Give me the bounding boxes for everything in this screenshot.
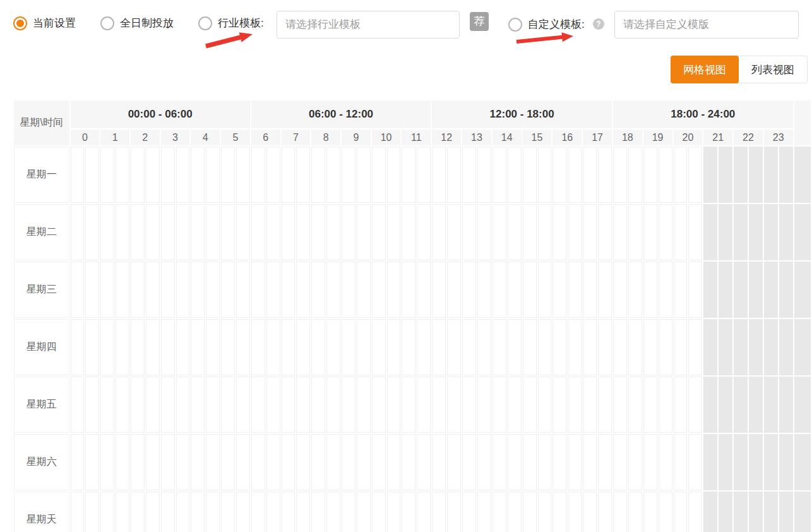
schedule-cell[interactable]: [613, 262, 627, 318]
schedule-cell[interactable]: [779, 147, 793, 203]
schedule-cell[interactable]: [176, 319, 190, 375]
schedule-cell[interactable]: [161, 377, 175, 433]
hour-header[interactable]: 13: [462, 130, 491, 145]
schedule-cell[interactable]: [161, 492, 175, 532]
schedule-cell[interactable]: [146, 262, 160, 318]
schedule-cell[interactable]: [357, 377, 371, 433]
schedule-cell[interactable]: [659, 434, 672, 490]
schedule-cell[interactable]: [296, 377, 310, 433]
schedule-cell[interactable]: [342, 319, 355, 375]
schedule-cell[interactable]: [146, 377, 160, 433]
schedule-cell[interactable]: [417, 434, 431, 490]
schedule-cell[interactable]: [462, 434, 476, 490]
schedule-cell[interactable]: [71, 262, 85, 318]
schedule-cell[interactable]: [100, 262, 114, 318]
schedule-cell[interactable]: [266, 147, 280, 203]
schedule-cell[interactable]: [402, 377, 415, 433]
schedule-cell[interactable]: [568, 204, 582, 260]
schedule-cell[interactable]: [85, 204, 99, 260]
schedule-cell[interactable]: [674, 377, 688, 433]
schedule-cell[interactable]: [508, 319, 522, 375]
schedule-cell[interactable]: [146, 492, 160, 532]
hour-header[interactable]: 2: [131, 130, 160, 145]
schedule-cell[interactable]: [493, 204, 506, 260]
schedule-cell[interactable]: [296, 147, 310, 203]
hour-header[interactable]: 15: [523, 130, 552, 145]
schedule-cell[interactable]: [71, 204, 85, 260]
schedule-cell[interactable]: [417, 204, 431, 260]
schedule-cell[interactable]: [432, 319, 446, 375]
schedule-cell[interactable]: [100, 319, 114, 375]
schedule-cell[interactable]: [296, 262, 310, 318]
schedule-cell[interactable]: [779, 204, 793, 260]
schedule-cell[interactable]: [266, 262, 280, 318]
schedule-cell[interactable]: [598, 319, 612, 375]
schedule-cell[interactable]: [508, 434, 522, 490]
schedule-cell[interactable]: [643, 262, 657, 318]
schedule-cell[interactable]: [161, 434, 175, 490]
hour-header[interactable]: 9: [342, 130, 371, 145]
schedule-cell[interactable]: [326, 262, 340, 318]
schedule-cell[interactable]: [764, 492, 778, 532]
schedule-cell[interactable]: [583, 319, 597, 375]
schedule-cell[interactable]: [357, 319, 371, 375]
schedule-cell[interactable]: [191, 377, 205, 433]
schedule-cell[interactable]: [523, 319, 537, 375]
schedule-cell[interactable]: [719, 377, 732, 433]
schedule-cell[interactable]: [538, 319, 552, 375]
schedule-cell[interactable]: [688, 319, 702, 375]
schedule-cell[interactable]: [251, 204, 265, 260]
schedule-cell[interactable]: [613, 434, 627, 490]
schedule-cell[interactable]: [296, 204, 310, 260]
schedule-cell[interactable]: [417, 262, 431, 318]
schedule-cell[interactable]: [402, 319, 415, 375]
radio-current-settings[interactable]: 当前设置: [13, 16, 76, 30]
schedule-cell[interactable]: [688, 377, 702, 433]
schedule-cell[interactable]: [131, 262, 145, 318]
schedule-cell[interactable]: [493, 434, 506, 490]
schedule-cell[interactable]: [493, 147, 506, 203]
schedule-cell[interactable]: [598, 147, 612, 203]
radio-custom-template[interactable]: 自定义模板:: [508, 17, 585, 32]
schedule-cell[interactable]: [508, 262, 522, 318]
schedule-cell[interactable]: [387, 492, 401, 532]
schedule-cell[interactable]: [447, 147, 461, 203]
schedule-cell[interactable]: [659, 377, 672, 433]
hour-header[interactable]: 23: [764, 130, 793, 145]
schedule-cell[interactable]: [71, 434, 85, 490]
schedule-cell[interactable]: [221, 262, 235, 318]
schedule-cell[interactable]: [282, 434, 296, 490]
hour-header[interactable]: 19: [643, 130, 672, 145]
schedule-cell[interactable]: [674, 434, 688, 490]
schedule-cell[interactable]: [146, 434, 160, 490]
schedule-cell[interactable]: [432, 492, 446, 532]
schedule-cell[interactable]: [719, 147, 732, 203]
schedule-cell[interactable]: [764, 319, 778, 375]
schedule-cell[interactable]: [206, 204, 220, 260]
schedule-cell[interactable]: [251, 262, 265, 318]
schedule-cell[interactable]: [598, 204, 612, 260]
schedule-cell[interactable]: [417, 377, 431, 433]
schedule-cell[interactable]: [417, 147, 431, 203]
schedule-cell[interactable]: [598, 377, 612, 433]
schedule-cell[interactable]: [779, 319, 793, 375]
schedule-cell[interactable]: [749, 147, 763, 203]
schedule-cell[interactable]: [538, 492, 552, 532]
schedule-cell[interactable]: [432, 204, 446, 260]
hour-header[interactable]: 7: [282, 130, 311, 145]
day-label[interactable]: 星期三: [14, 262, 69, 318]
schedule-cell[interactable]: [387, 262, 401, 318]
day-label[interactable]: 星期六: [14, 434, 69, 490]
schedule-cell[interactable]: [161, 204, 175, 260]
hour-header[interactable]: 1: [100, 130, 129, 145]
schedule-cell[interactable]: [100, 204, 114, 260]
schedule-cell[interactable]: [206, 262, 220, 318]
hour-header[interactable]: 10: [372, 130, 401, 145]
schedule-cell[interactable]: [447, 262, 461, 318]
schedule-cell[interactable]: [764, 204, 778, 260]
schedule-cell[interactable]: [372, 492, 386, 532]
hour-header[interactable]: 0: [71, 130, 100, 145]
schedule-cell[interactable]: [734, 262, 748, 318]
hour-header[interactable]: 5: [221, 130, 250, 145]
schedule-cell[interactable]: [236, 377, 250, 433]
